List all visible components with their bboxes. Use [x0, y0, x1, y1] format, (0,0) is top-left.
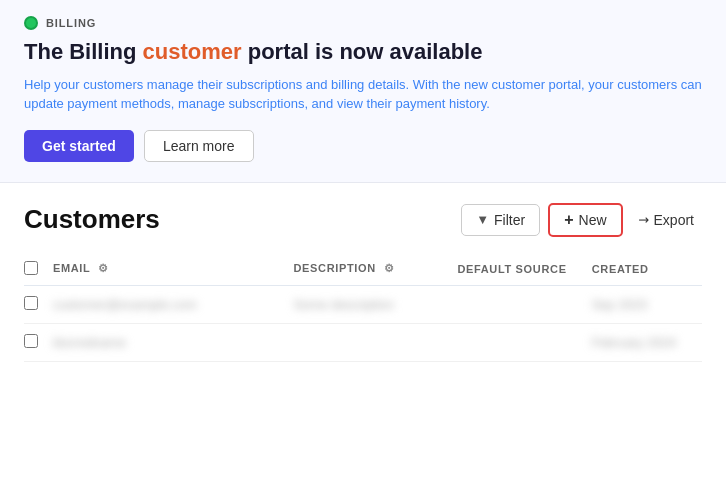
get-started-button[interactable]: Get started: [24, 130, 134, 162]
td-created-2: February 2024: [592, 323, 702, 361]
email-settings-icon[interactable]: ⚙: [98, 262, 109, 275]
table-row: blurredname February 2024: [24, 323, 702, 361]
learn-more-button[interactable]: Learn more: [144, 130, 254, 162]
td-email-1: customer@example.com: [53, 285, 294, 323]
select-all-checkbox[interactable]: [24, 261, 38, 275]
desc-settings-icon[interactable]: ⚙: [384, 262, 395, 275]
banner-description: Help your customers manage their subscri…: [24, 75, 702, 114]
td-desc-1: Some description: [293, 285, 457, 323]
toolbar: ▼ Filter + New ↗ Export: [461, 203, 702, 237]
billing-status-indicator: [24, 16, 38, 30]
th-default-source: DEFAULT SOURCE: [457, 253, 591, 286]
customers-title: Customers: [24, 204, 160, 235]
th-created-label: CREATED: [592, 263, 649, 275]
new-label: New: [579, 212, 607, 228]
td-desc-2: [293, 323, 457, 361]
banner-title: The Billing customer portal is now avail…: [24, 38, 702, 67]
billing-banner: BILLING The Billing customer portal is n…: [0, 0, 726, 183]
th-created: CREATED: [592, 253, 702, 286]
th-email-label: EMAIL: [53, 262, 90, 274]
banner-actions: Get started Learn more: [24, 130, 702, 162]
filter-icon: ▼: [476, 212, 489, 227]
billing-header: BILLING: [24, 16, 702, 30]
row-checkbox-1[interactable]: [24, 296, 38, 310]
desc-value-1: Some description: [293, 297, 393, 312]
billing-label: BILLING: [46, 17, 96, 29]
plus-icon: +: [564, 211, 573, 229]
export-arrow-icon: ↗: [635, 210, 653, 228]
row-checkbox-2[interactable]: [24, 334, 38, 348]
export-label: Export: [654, 212, 694, 228]
td-source-2: [457, 323, 591, 361]
table-body: customer@example.com Some description Se…: [24, 285, 702, 361]
new-button[interactable]: + New: [548, 203, 622, 237]
td-checkbox-1: [24, 285, 53, 323]
banner-title-highlight: customer: [143, 39, 242, 64]
th-source-label: DEFAULT SOURCE: [457, 263, 566, 275]
td-checkbox-2: [24, 323, 53, 361]
email-value-1: customer@example.com: [53, 297, 197, 312]
td-source-1: [457, 285, 591, 323]
export-button[interactable]: ↗ Export: [631, 205, 702, 235]
filter-button[interactable]: ▼ Filter: [461, 204, 540, 236]
td-email-2: blurredname: [53, 323, 294, 361]
th-desc-label: DESCRIPTION: [293, 262, 375, 274]
created-value-1: Sep 2023: [592, 297, 648, 312]
th-email: EMAIL ⚙: [53, 253, 294, 286]
table-header: EMAIL ⚙ DESCRIPTION ⚙ DEFAULT SOURCE CRE…: [24, 253, 702, 286]
email-value-2: blurredname: [53, 335, 126, 350]
td-created-1: Sep 2023: [592, 285, 702, 323]
created-value-2: February 2024: [592, 335, 677, 350]
customers-header: Customers ▼ Filter + New ↗ Export: [24, 203, 702, 237]
customers-table: EMAIL ⚙ DESCRIPTION ⚙ DEFAULT SOURCE CRE…: [24, 253, 702, 362]
customers-section: Customers ▼ Filter + New ↗ Export: [0, 183, 726, 362]
table-row: customer@example.com Some description Se…: [24, 285, 702, 323]
filter-label: Filter: [494, 212, 525, 228]
th-description: DESCRIPTION ⚙: [293, 253, 457, 286]
th-checkbox: [24, 253, 53, 286]
